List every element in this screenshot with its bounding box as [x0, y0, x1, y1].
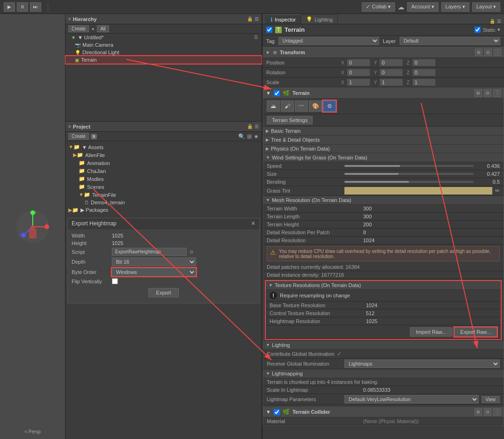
rot-y-input[interactable]	[380, 69, 403, 76]
inspector-lock-icon[interactable]: 🔒	[489, 19, 495, 24]
pos-y-input[interactable]	[380, 59, 403, 66]
export-popup-close-button[interactable]: ✕	[251, 220, 256, 227]
project-lock-icon[interactable]: 🔒	[247, 124, 253, 129]
lighting-section-header[interactable]: ▼ Lighting	[263, 341, 504, 350]
tree-item-terrainfile[interactable]: ▼📁 TerrainFile	[66, 191, 262, 199]
pos-z-input[interactable]	[412, 59, 436, 66]
scale-z-input[interactable]	[412, 79, 436, 86]
tree-item-allenfile[interactable]: ▶📁 AllenFile	[66, 151, 262, 159]
scale-y-input[interactable]	[380, 79, 403, 86]
pos-x-input[interactable]	[347, 59, 370, 66]
layout-button[interactable]: Layout ▾	[472, 2, 500, 12]
project-create-button[interactable]: Create	[68, 133, 89, 140]
tab-lighting[interactable]: 💡 Lighting	[301, 14, 338, 24]
export-byte-order-select[interactable]: Windows Mac	[112, 268, 196, 276]
rot-z-input[interactable]	[412, 69, 436, 76]
tree-item-modles[interactable]: 📁 Modles	[66, 175, 262, 183]
export-depth-select[interactable]: Bit 16 Bit 8	[112, 258, 196, 266]
static-checkbox[interactable]	[475, 27, 481, 33]
terrain-component-checkbox[interactable]	[274, 90, 280, 96]
transform-icon2[interactable]: ⊟	[484, 49, 492, 56]
terrain-comp-icon3[interactable]: ⋮	[493, 89, 501, 97]
wind-settings-header[interactable]: ▼ Wind Settings for Grass (On Terrain Da…	[263, 153, 504, 162]
terrain-settings-button[interactable]: Terrain Settings	[267, 116, 313, 124]
hierarchy-item-terrain[interactable]: ▣ Terrain	[66, 56, 262, 64]
hierarchy-create-button[interactable]: Create	[68, 25, 89, 32]
terrain-tool-settings[interactable]: ⚙	[323, 101, 336, 112]
terrain-component-header[interactable]: ▼ 🌿 Terrain ⊞ ⊟ ⋮	[263, 88, 504, 99]
physics-header[interactable]: ▶ Physics (On Terrain Data)	[263, 144, 504, 153]
grass-tint-edit-icon[interactable]: ✏	[495, 187, 500, 194]
project-menu-icon[interactable]: ≡	[68, 124, 71, 129]
layer-select[interactable]: Default	[400, 37, 500, 45]
receive-illum-select[interactable]: Lightmaps	[344, 360, 500, 368]
terrain-tool-raise[interactable]: ⛰	[267, 101, 280, 112]
step-button[interactable]: ⏭	[30, 2, 41, 12]
svg-text:Y: Y	[34, 210, 37, 215]
tree-item-demo4[interactable]: 🗒 Demo4_terrain	[66, 199, 262, 206]
hierarchy-item-main-camera[interactable]: 📷 Main Camera	[66, 41, 262, 49]
collab-button[interactable]: ✓ Collab ▾	[362, 2, 395, 12]
scene-view[interactable]: X Y Z < Persp	[0, 14, 65, 439]
scale-x-input[interactable]	[347, 79, 370, 86]
cloud-icon[interactable]: ☁	[398, 3, 404, 11]
terrain-collider-checkbox[interactable]	[274, 409, 280, 415]
hierarchy-item-directional-light[interactable]: 💡 Directional Light	[66, 49, 262, 56]
size-slider-track[interactable]	[344, 173, 474, 175]
terrain-comp-icon2[interactable]: ⊟	[484, 89, 491, 97]
hierarchy-menu-icon[interactable]: ≡	[68, 16, 71, 22]
play-button[interactable]: ▶	[4, 2, 15, 12]
tree-item-scenes[interactable]: 📁 Scenes	[66, 183, 262, 191]
import-raw-button[interactable]: Import Raw...	[410, 327, 453, 337]
tab-inspector[interactable]: ℹ Inspector	[265, 14, 301, 24]
project-options-icon[interactable]: ☰	[255, 124, 259, 129]
layers-button[interactable]: Layers ▾	[441, 2, 469, 12]
grass-tint-swatch[interactable]	[344, 187, 492, 194]
hierarchy-all-button[interactable]: All	[97, 25, 109, 32]
export-script-browse[interactable]: ⊙	[190, 249, 193, 254]
terrain-collider-icon3[interactable]: ⋮	[493, 408, 501, 416]
lightmapping-header[interactable]: ▼ Lightmapping	[263, 369, 504, 378]
bending-slider-track[interactable]	[344, 181, 474, 183]
tree-item-animation[interactable]: 📁 Animation	[66, 159, 262, 167]
hierarchy-lock-icon[interactable]: 🔒	[247, 16, 253, 22]
transform-icon3[interactable]: ⋮	[494, 49, 501, 56]
terrain-collider-header[interactable]: ▼ 🌿 Terrain Collider ⊞ ⊟ ⋮	[263, 407, 504, 417]
export-button[interactable]: Export	[148, 288, 179, 297]
export-script-input[interactable]	[112, 248, 187, 256]
speed-slider-track[interactable]	[344, 165, 474, 167]
lightmap-params-select[interactable]: Default-VeryLowResolution	[344, 395, 479, 403]
terrain-collider-icon1[interactable]: ⊞	[475, 408, 482, 416]
terrain-collider-icon2[interactable]: ⊟	[484, 408, 491, 416]
object-active-checkbox[interactable]	[266, 27, 272, 33]
tree-item-chajian[interactable]: 📁 ChaJian	[66, 167, 262, 175]
static-dropdown-icon[interactable]: ▾	[497, 27, 500, 33]
search-icon[interactable]: 🔍	[238, 133, 245, 140]
terrain-width-label: Terrain Width	[267, 206, 360, 211]
tree-item-packages[interactable]: ▶📁 ▶ Packages	[66, 206, 262, 214]
transform-header[interactable]: ▼ ⊕ Transform ⊞ ⊟ ⋮	[263, 47, 504, 58]
terrain-comp-icon1[interactable]: ⊞	[475, 89, 482, 97]
tag-select[interactable]: Untagged	[278, 37, 379, 45]
account-button[interactable]: Account ▾	[407, 2, 438, 12]
terrain-tool-paint-height[interactable]: 🖌	[281, 101, 294, 112]
hierarchy-options-icon[interactable]: ☰	[255, 16, 259, 22]
texture-res-header[interactable]: ▼ Texture Resolutions (On Terrain Data)	[266, 281, 501, 290]
filter-icon[interactable]: ⊞	[247, 133, 252, 140]
hierarchy-item-untitled[interactable]: ▼ ▼ Untitled* ☰	[66, 34, 262, 41]
hierarchy-untitled-menu[interactable]: ☰	[254, 35, 258, 40]
star-icon[interactable]: ★	[254, 133, 259, 140]
lightmap-view-button[interactable]: View	[482, 396, 500, 403]
terrain-tool-smooth[interactable]: 〰	[295, 101, 308, 112]
terrain-tool-paint-texture[interactable]: 🎨	[309, 101, 322, 112]
export-flip-checkbox[interactable]	[112, 278, 118, 284]
tree-detail-header[interactable]: ▶ Tree & Detail Objects	[263, 136, 504, 144]
pause-button[interactable]: ⏸	[17, 2, 28, 12]
rot-x-input[interactable]	[347, 69, 370, 76]
mesh-resolution-header[interactable]: ▼ Mesh Resolution (On Terrain Data)	[263, 196, 504, 205]
inspector-menu-icon[interactable]: ☰	[497, 19, 501, 24]
basic-terrain-header[interactable]: ▶ Basic Terrain	[263, 127, 504, 136]
transform-icon1[interactable]: ⊞	[475, 49, 482, 56]
tree-item-assets[interactable]: ▼📁 ▼ Assets	[66, 143, 262, 151]
export-raw-button[interactable]: Export Raw...	[454, 327, 497, 337]
